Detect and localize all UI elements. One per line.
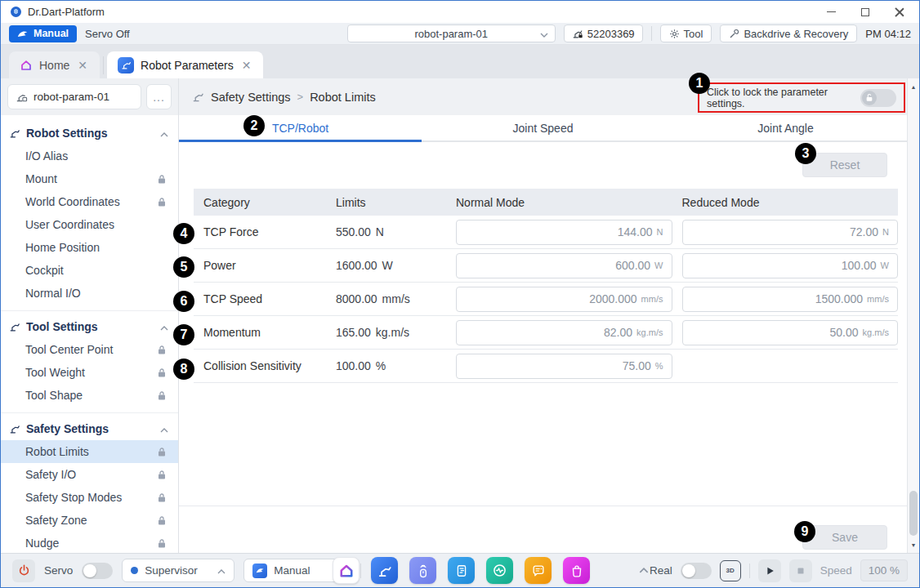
tab-robot-parameters-close-icon[interactable]: ✕ (240, 60, 253, 71)
row-limit-value: 1600.00 (336, 259, 377, 272)
sidebar-item-label: Normal I/O (25, 287, 81, 300)
sidebar-item-normal-io[interactable]: Normal I/O (1, 282, 178, 305)
sidebar-item-nudge[interactable]: Nudge (1, 532, 178, 553)
sidebar-item-mount[interactable]: Mount (1, 167, 178, 190)
app-robot-parameters[interactable] (371, 557, 398, 584)
scrollbar-thumb[interactable] (909, 491, 918, 536)
tab-home-label: Home (39, 59, 69, 72)
sidebar-item-cockpit[interactable]: Cockpit (1, 259, 178, 282)
scroll-up-icon[interactable]: ▲ (908, 80, 919, 93)
tab-tcp-robot[interactable]: TCP/Robot (179, 115, 422, 140)
sidebar-item-home-position[interactable]: Home Position (1, 236, 178, 259)
robot-arm-icon (192, 91, 204, 103)
role-select[interactable]: Supervisor (122, 559, 234, 582)
app-task-writer[interactable] (448, 557, 475, 584)
table-row-power: Power 1600.00W 600.00W 100.00W (194, 249, 898, 283)
annotation-badge-8: 8 (173, 359, 194, 380)
sidebar-param-field[interactable]: robot-param-01 (7, 84, 141, 109)
tab-joint-speed[interactable]: Joint Speed (422, 115, 664, 140)
app-message[interactable] (525, 557, 552, 584)
title-bar: Dr.Dart-Platform (1, 1, 919, 23)
input-unit: mm/s (867, 294, 889, 304)
app-store[interactable] (563, 557, 590, 584)
scroll-down-icon[interactable]: ▼ (908, 538, 919, 551)
robot-serial-badge[interactable]: 52203369 (564, 24, 643, 42)
robot-mode-button[interactable]: Manual (9, 25, 77, 42)
sidebar-item-label: Tool Weight (25, 366, 85, 379)
sidebar-item-tool-shape[interactable]: Tool Shape (1, 384, 178, 407)
normal-mode-input[interactable]: 2000.000mm/s (456, 287, 672, 312)
maximize-button[interactable] (860, 7, 870, 17)
sidebar-item-safety-io[interactable]: Safety I/O (1, 463, 178, 486)
play-button[interactable] (758, 559, 781, 582)
row-limit-unit: % (376, 359, 386, 372)
play-icon (764, 565, 775, 577)
dock-expand-chevron-icon[interactable] (639, 568, 649, 573)
app-home[interactable] (333, 557, 360, 584)
input-unit: W (654, 261, 663, 270)
input-value: 82.00 (604, 326, 632, 339)
reduced-mode-input[interactable]: 50.00kg.m/s (682, 320, 899, 345)
sidebar-item-safety-zone[interactable]: Safety Zone (1, 509, 178, 532)
sidebar-item-label: Nudge (25, 537, 59, 550)
sidebar-item-world-coordinates[interactable]: World Coordinates (1, 190, 178, 213)
speed-value[interactable]: 100 % (860, 559, 908, 581)
sidebar-more-button[interactable]: ... (146, 84, 172, 109)
input-value: 75.00 (623, 359, 651, 372)
reduced-mode-input[interactable]: 72.00N (682, 220, 899, 245)
table-row-collision-sensitivity: Collision Sensitivity 100.00% 75.00% (194, 350, 898, 383)
minimize-button[interactable] (826, 7, 836, 17)
vertical-scrollbar[interactable]: ▲ ▼ (907, 78, 919, 553)
normal-mode-input[interactable]: 144.00N (456, 220, 672, 245)
reduced-mode-input[interactable]: 1500.000mm/s (682, 287, 899, 312)
backdrive-recovery-button[interactable]: Backdrive & Recovery (720, 24, 857, 42)
tab-robot-parameters-label: Robot Parameters (141, 59, 234, 72)
annotation-badge-5: 5 (173, 256, 194, 278)
chevron-up-icon[interactable] (160, 127, 168, 140)
sidebar-item-user-coordinates[interactable]: User Coordinates (1, 213, 178, 236)
sidebar-item-robot-limits[interactable]: Robot Limits (1, 440, 178, 463)
sidebar-item-tool-weight[interactable]: Tool Weight (1, 361, 178, 384)
col-reduced-mode: Reduced Mode (682, 196, 899, 209)
main-header: Safety Settings > Robot Limits Click to … (179, 78, 919, 115)
tab-home[interactable]: Home ✕ (9, 51, 100, 78)
breadcrumb-parent[interactable]: Safety Settings (211, 91, 291, 104)
tool-button[interactable]: Tool (660, 24, 712, 42)
chevron-up-icon[interactable] (160, 422, 168, 435)
input-unit: % (655, 361, 663, 371)
app-jog[interactable] (409, 557, 436, 584)
app-monitoring[interactable] (486, 557, 513, 584)
tab-robot-parameters[interactable]: Robot Parameters ✕ (107, 51, 263, 78)
reduced-mode-input[interactable]: 100.00W (682, 253, 899, 278)
chevron-up-icon (217, 564, 226, 577)
servo-toggle[interactable] (82, 563, 113, 579)
parameter-select[interactable]: robot-param-01 (347, 24, 556, 42)
home-icon (20, 59, 33, 72)
normal-mode-input[interactable]: 75.00% (456, 354, 672, 379)
tab-home-close-icon[interactable]: ✕ (76, 60, 89, 71)
real-sim-toggle[interactable] (681, 563, 712, 579)
role-select-value: Supervisor (145, 564, 198, 577)
section-safety-settings-header[interactable]: Safety Settings (1, 417, 178, 440)
power-button[interactable] (12, 559, 35, 582)
input-unit: N (882, 227, 889, 237)
lock-toggle[interactable] (860, 89, 896, 107)
normal-mode-input[interactable]: 600.00W (456, 253, 672, 278)
normal-mode-input[interactable]: 82.00kg.m/s (456, 320, 672, 345)
dock-apps (333, 557, 649, 584)
close-button[interactable] (895, 7, 904, 17)
sidebar-item-safety-stop-modes[interactable]: Safety Stop Modes (1, 486, 178, 509)
section-tool-settings-header[interactable]: Tool Settings (1, 315, 178, 338)
stop-icon (795, 565, 806, 577)
sidebar-item-tool-center-point[interactable]: Tool Center Point (1, 338, 178, 361)
stop-button[interactable] (789, 559, 812, 582)
sidebar-item-io-alias[interactable]: I/O Alias (1, 145, 178, 167)
row-category: Power (203, 259, 326, 272)
chevron-up-icon[interactable] (160, 320, 168, 333)
lock-icon (157, 515, 167, 526)
tab-joint-angle[interactable]: Joint Angle (664, 115, 907, 140)
section-robot-settings-header[interactable]: Robot Settings (1, 122, 178, 145)
viewer-3d-button[interactable]: 3D (720, 560, 741, 581)
table-header: Category Limits Normal Mode Reduced Mode (194, 189, 898, 216)
limits-table: Category Limits Normal Mode Reduced Mode… (194, 189, 898, 383)
